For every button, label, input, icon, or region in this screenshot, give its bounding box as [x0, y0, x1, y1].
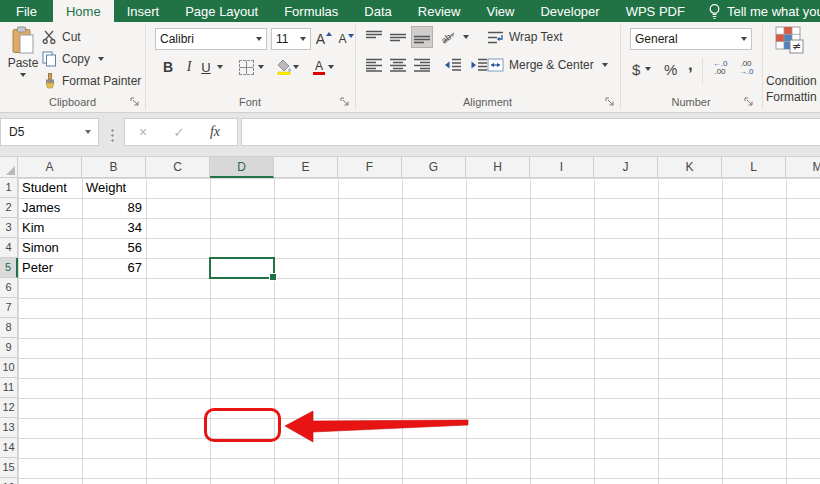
bold-button[interactable]: B: [157, 56, 179, 78]
tab-wps-pdf[interactable]: WPS PDF: [613, 0, 698, 22]
tab-view[interactable]: View: [473, 0, 527, 22]
number-dialog-launcher-icon[interactable]: [744, 97, 754, 107]
tab-page-layout[interactable]: Page Layout: [172, 0, 271, 22]
tab-data[interactable]: Data: [351, 0, 404, 22]
cancel-button[interactable]: ×: [125, 124, 161, 140]
cell-A1[interactable]: Student: [18, 178, 82, 198]
underline-caret-icon[interactable]: [217, 65, 223, 69]
font-color-button[interactable]: A: [308, 56, 330, 78]
cell-A3[interactable]: Kim: [18, 218, 82, 238]
cell-B2[interactable]: 89: [82, 198, 146, 218]
formula-input[interactable]: [241, 118, 820, 146]
tab-file[interactable]: File: [0, 0, 53, 22]
merge-center-button[interactable]: Merge & Center: [487, 56, 608, 74]
fill-color-button[interactable]: [273, 56, 295, 78]
name-box[interactable]: D5: [0, 118, 99, 146]
cut-button[interactable]: Cut: [42, 28, 81, 46]
column-header-J[interactable]: J: [594, 157, 658, 178]
copy-button[interactable]: Copy: [42, 50, 104, 68]
formula-bar-drag-handle[interactable]: [111, 128, 114, 142]
row-header-6[interactable]: 6: [0, 278, 18, 298]
column-header-L[interactable]: L: [722, 157, 786, 178]
font-family-select[interactable]: Calibri: [155, 28, 267, 50]
clipboard-dialog-launcher-icon[interactable]: [130, 97, 140, 107]
font-size-select[interactable]: 11: [271, 28, 311, 50]
row-header-14[interactable]: 14: [0, 438, 18, 458]
column-header-K[interactable]: K: [658, 157, 722, 178]
font-color-caret-icon[interactable]: [328, 65, 334, 69]
cell-B1[interactable]: Weight: [82, 178, 146, 198]
conditional-formatting-button[interactable]: ≠ Condition Formattin: [763, 22, 820, 112]
align-left-button[interactable]: [363, 54, 385, 76]
row-header-10[interactable]: 10: [0, 358, 18, 378]
row-header-9[interactable]: 9: [0, 338, 18, 358]
cell-B4[interactable]: 56: [82, 238, 146, 258]
format-painter-button[interactable]: Format Painter: [42, 72, 141, 90]
currency-button[interactable]: $: [632, 60, 651, 78]
cell-B5[interactable]: 67: [82, 258, 146, 278]
row-header-8[interactable]: 8: [0, 318, 18, 338]
borders-caret-icon[interactable]: [258, 65, 264, 69]
row-header-15[interactable]: 15: [0, 458, 18, 478]
wrap-text-button[interactable]: Wrap Text: [487, 28, 563, 46]
cell-A2[interactable]: James: [18, 198, 82, 218]
number-format-select[interactable]: General: [630, 28, 752, 50]
column-header-B[interactable]: B: [82, 157, 146, 178]
row-header-5[interactable]: 5: [0, 258, 18, 278]
row-header-13[interactable]: 13: [0, 418, 18, 438]
tab-insert[interactable]: Insert: [114, 0, 173, 22]
percent-button[interactable]: %: [664, 60, 677, 78]
comma-style-button[interactable]: ,: [688, 56, 693, 74]
row-header-2[interactable]: 2: [0, 198, 18, 218]
alignment-dialog-launcher-icon[interactable]: [605, 97, 615, 107]
decrease-indent-button[interactable]: [441, 54, 463, 76]
borders-button[interactable]: [235, 56, 257, 78]
shrink-font-button[interactable]: A: [335, 28, 357, 50]
tab-developer[interactable]: Developer: [527, 0, 612, 22]
align-center-button[interactable]: [387, 54, 409, 76]
orientation-button[interactable]: ab: [441, 28, 469, 46]
insert-function-button[interactable]: fx: [197, 124, 233, 140]
tab-review[interactable]: Review: [405, 0, 474, 22]
enter-button[interactable]: ✓: [161, 125, 197, 140]
column-header-E[interactable]: E: [274, 157, 338, 178]
cell-B3[interactable]: 34: [82, 218, 146, 238]
increase-indent-button[interactable]: [467, 54, 489, 76]
fill-handle[interactable]: [269, 273, 277, 281]
paste-button[interactable]: Paste: [6, 26, 40, 77]
column-header-H[interactable]: H: [466, 157, 530, 178]
row-header-12[interactable]: 12: [0, 398, 18, 418]
row-header-3[interactable]: 3: [0, 218, 18, 238]
active-cell-selection[interactable]: [209, 257, 275, 279]
column-header-F[interactable]: F: [338, 157, 402, 178]
name-box-caret-icon[interactable]: [85, 130, 91, 134]
row-header-4[interactable]: 4: [0, 238, 18, 258]
column-header-G[interactable]: G: [402, 157, 466, 178]
decrease-decimal-button[interactable]: .00 →.0: [734, 60, 758, 76]
grow-font-button[interactable]: A: [313, 28, 335, 50]
align-middle-button[interactable]: [387, 26, 409, 48]
row-header-1[interactable]: 1: [0, 178, 18, 198]
column-header-M[interactable]: M: [786, 157, 820, 178]
tell-me-box[interactable]: Tell me what you wan: [708, 0, 820, 22]
fill-color-caret-icon[interactable]: [293, 65, 299, 69]
tab-home[interactable]: Home: [53, 0, 114, 22]
column-header-D[interactable]: D: [210, 157, 274, 178]
align-bottom-button[interactable]: [411, 26, 433, 48]
column-header-A[interactable]: A: [18, 157, 82, 178]
select-all-button[interactable]: [0, 157, 18, 178]
cell-A4[interactable]: Simon: [18, 238, 82, 258]
underline-button[interactable]: U: [197, 56, 215, 78]
row-header-7[interactable]: 7: [0, 298, 18, 318]
font-dialog-launcher-icon[interactable]: [340, 97, 350, 107]
increase-decimal-button[interactable]: ←.0 .00: [708, 60, 732, 76]
align-right-button[interactable]: [411, 54, 433, 76]
row-header-11[interactable]: 11: [0, 378, 18, 398]
tab-formulas[interactable]: Formulas: [271, 0, 351, 22]
cell-A5[interactable]: Peter: [18, 258, 82, 278]
column-header-C[interactable]: C: [146, 157, 210, 178]
row-header-16[interactable]: 16: [0, 478, 18, 484]
column-header-I[interactable]: I: [530, 157, 594, 178]
font-size-value: 11: [276, 32, 300, 46]
align-top-button[interactable]: [363, 26, 385, 48]
